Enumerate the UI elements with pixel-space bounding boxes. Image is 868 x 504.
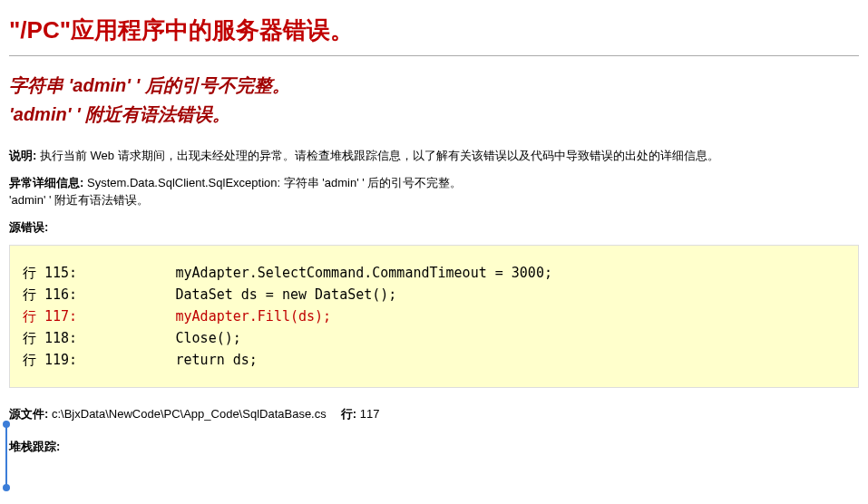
source-file-line: 源文件: c:\BjxData\NewCode\PC\App_Code\SqlD… — [9, 406, 859, 422]
code-line-115: 行 115: myAdapter.SelectCommand.CommandTi… — [23, 262, 845, 284]
error-subtitle: 字符串 'admin' ' 后的引号不完整。 'admin' ' 附近有语法错误… — [9, 71, 859, 129]
source-line-num: 117 — [356, 407, 379, 421]
stack-trace-label: 堆栈跟踪: — [9, 439, 859, 455]
source-file-path: c:\BjxData\NewCode\PC\App_Code\SqlDataBa… — [48, 407, 326, 421]
description-text: 执行当前 Web 请求期间，出现未经处理的异常。请检查堆栈跟踪信息，以了解有关该… — [36, 149, 718, 162]
code-line-116: 行 116: DataSet ds = new DataSet(); — [23, 284, 845, 305]
page-title: "/PC"应用程序中的服务器错误。 — [9, 15, 859, 46]
code-line-117: 行 117: myAdapter.Fill(ds); — [23, 305, 845, 327]
exception-section: 异常详细信息: System.Data.SqlClient.SqlExcepti… — [9, 174, 859, 209]
description-label: 说明: — [9, 149, 36, 162]
source-error-section: 源错误: — [9, 218, 859, 237]
code-line-118: 行 118: Close(); — [23, 327, 845, 349]
source-file-label: 源文件: — [9, 407, 48, 421]
source-error-label: 源错误: — [9, 220, 48, 234]
divider — [9, 55, 859, 56]
exception-label: 异常详细信息: — [9, 176, 83, 189]
source-line-label: 行: — [341, 407, 356, 421]
source-code-box: 行 115: myAdapter.SelectCommand.CommandTi… — [9, 245, 859, 388]
code-line-119: 行 119: return ds; — [23, 349, 845, 371]
description-section: 说明: 执行当前 Web 请求期间，出现未经处理的异常。请检查堆栈跟踪信息，以了… — [9, 147, 859, 165]
